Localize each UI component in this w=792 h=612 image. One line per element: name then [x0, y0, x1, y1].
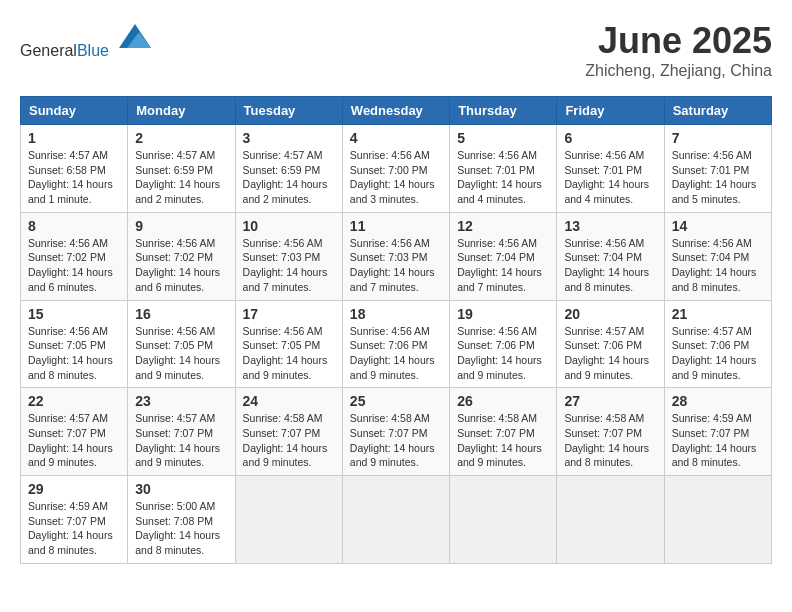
day-number: 27 — [564, 393, 656, 409]
day-number: 30 — [135, 481, 227, 497]
day-info: Sunrise: 4:56 AMSunset: 7:01 PMDaylight:… — [564, 149, 649, 205]
calendar-week-row: 8 Sunrise: 4:56 AMSunset: 7:02 PMDayligh… — [21, 212, 772, 300]
day-number: 16 — [135, 306, 227, 322]
day-info: Sunrise: 4:57 AMSunset: 7:06 PMDaylight:… — [672, 325, 757, 381]
calendar-cell: 13 Sunrise: 4:56 AMSunset: 7:04 PMDaylig… — [557, 212, 664, 300]
day-info: Sunrise: 5:00 AMSunset: 7:08 PMDaylight:… — [135, 500, 220, 556]
day-info: Sunrise: 4:56 AMSunset: 7:04 PMDaylight:… — [564, 237, 649, 293]
calendar-cell: 28 Sunrise: 4:59 AMSunset: 7:07 PMDaylig… — [664, 388, 771, 476]
calendar-cell: 23 Sunrise: 4:57 AMSunset: 7:07 PMDaylig… — [128, 388, 235, 476]
day-number: 17 — [243, 306, 335, 322]
day-number: 24 — [243, 393, 335, 409]
day-number: 3 — [243, 130, 335, 146]
calendar-subtitle: Zhicheng, Zhejiang, China — [585, 62, 772, 80]
day-number: 26 — [457, 393, 549, 409]
day-number: 7 — [672, 130, 764, 146]
day-number: 15 — [28, 306, 120, 322]
calendar-cell: 14 Sunrise: 4:56 AMSunset: 7:04 PMDaylig… — [664, 212, 771, 300]
calendar-cell: 25 Sunrise: 4:58 AMSunset: 7:07 PMDaylig… — [342, 388, 449, 476]
calendar-cell: 2 Sunrise: 4:57 AMSunset: 6:59 PMDayligh… — [128, 125, 235, 213]
day-number: 9 — [135, 218, 227, 234]
calendar-cell: 21 Sunrise: 4:57 AMSunset: 7:06 PMDaylig… — [664, 300, 771, 388]
day-number: 25 — [350, 393, 442, 409]
day-info: Sunrise: 4:56 AMSunset: 7:05 PMDaylight:… — [243, 325, 328, 381]
calendar-cell: 16 Sunrise: 4:56 AMSunset: 7:05 PMDaylig… — [128, 300, 235, 388]
weekday-header: Thursday — [450, 97, 557, 125]
day-number: 6 — [564, 130, 656, 146]
calendar-week-row: 29 Sunrise: 4:59 AMSunset: 7:07 PMDaylig… — [21, 476, 772, 564]
day-info: Sunrise: 4:56 AMSunset: 7:04 PMDaylight:… — [457, 237, 542, 293]
day-info: Sunrise: 4:58 AMSunset: 7:07 PMDaylight:… — [457, 412, 542, 468]
day-info: Sunrise: 4:56 AMSunset: 7:01 PMDaylight:… — [457, 149, 542, 205]
calendar-cell: 6 Sunrise: 4:56 AMSunset: 7:01 PMDayligh… — [557, 125, 664, 213]
calendar-cell: 17 Sunrise: 4:56 AMSunset: 7:05 PMDaylig… — [235, 300, 342, 388]
day-number: 12 — [457, 218, 549, 234]
day-number: 22 — [28, 393, 120, 409]
day-number: 18 — [350, 306, 442, 322]
day-info: Sunrise: 4:56 AMSunset: 7:06 PMDaylight:… — [350, 325, 435, 381]
day-info: Sunrise: 4:56 AMSunset: 7:04 PMDaylight:… — [672, 237, 757, 293]
day-info: Sunrise: 4:56 AMSunset: 7:03 PMDaylight:… — [350, 237, 435, 293]
day-info: Sunrise: 4:57 AMSunset: 7:06 PMDaylight:… — [564, 325, 649, 381]
day-info: Sunrise: 4:57 AMSunset: 6:59 PMDaylight:… — [243, 149, 328, 205]
day-info: Sunrise: 4:56 AMSunset: 7:02 PMDaylight:… — [135, 237, 220, 293]
day-info: Sunrise: 4:57 AMSunset: 7:07 PMDaylight:… — [28, 412, 113, 468]
day-number: 23 — [135, 393, 227, 409]
calendar-week-row: 1 Sunrise: 4:57 AMSunset: 6:58 PMDayligh… — [21, 125, 772, 213]
calendar-cell: 27 Sunrise: 4:58 AMSunset: 7:07 PMDaylig… — [557, 388, 664, 476]
day-info: Sunrise: 4:56 AMSunset: 7:05 PMDaylight:… — [28, 325, 113, 381]
calendar-cell — [664, 476, 771, 564]
weekday-header: Friday — [557, 97, 664, 125]
calendar-cell — [450, 476, 557, 564]
day-info: Sunrise: 4:56 AMSunset: 7:05 PMDaylight:… — [135, 325, 220, 381]
calendar-week-row: 22 Sunrise: 4:57 AMSunset: 7:07 PMDaylig… — [21, 388, 772, 476]
calendar-cell: 1 Sunrise: 4:57 AMSunset: 6:58 PMDayligh… — [21, 125, 128, 213]
day-info: Sunrise: 4:56 AMSunset: 7:00 PMDaylight:… — [350, 149, 435, 205]
calendar-cell: 15 Sunrise: 4:56 AMSunset: 7:05 PMDaylig… — [21, 300, 128, 388]
logo: GeneralBlue — [20, 20, 153, 60]
day-number: 5 — [457, 130, 549, 146]
calendar-cell: 11 Sunrise: 4:56 AMSunset: 7:03 PMDaylig… — [342, 212, 449, 300]
calendar-cell: 30 Sunrise: 5:00 AMSunset: 7:08 PMDaylig… — [128, 476, 235, 564]
day-number: 29 — [28, 481, 120, 497]
day-number: 21 — [672, 306, 764, 322]
calendar-cell: 7 Sunrise: 4:56 AMSunset: 7:01 PMDayligh… — [664, 125, 771, 213]
calendar-cell — [235, 476, 342, 564]
calendar-cell: 19 Sunrise: 4:56 AMSunset: 7:06 PMDaylig… — [450, 300, 557, 388]
calendar-cell: 5 Sunrise: 4:56 AMSunset: 7:01 PMDayligh… — [450, 125, 557, 213]
calendar-cell: 8 Sunrise: 4:56 AMSunset: 7:02 PMDayligh… — [21, 212, 128, 300]
day-number: 13 — [564, 218, 656, 234]
day-number: 19 — [457, 306, 549, 322]
day-info: Sunrise: 4:58 AMSunset: 7:07 PMDaylight:… — [564, 412, 649, 468]
calendar-title: June 2025 — [585, 20, 772, 62]
day-number: 11 — [350, 218, 442, 234]
day-info: Sunrise: 4:58 AMSunset: 7:07 PMDaylight:… — [350, 412, 435, 468]
calendar-cell: 12 Sunrise: 4:56 AMSunset: 7:04 PMDaylig… — [450, 212, 557, 300]
day-number: 28 — [672, 393, 764, 409]
day-info: Sunrise: 4:56 AMSunset: 7:06 PMDaylight:… — [457, 325, 542, 381]
title-block: June 2025 Zhicheng, Zhejiang, China — [585, 20, 772, 80]
weekday-header-row: SundayMondayTuesdayWednesdayThursdayFrid… — [21, 97, 772, 125]
calendar-cell: 26 Sunrise: 4:58 AMSunset: 7:07 PMDaylig… — [450, 388, 557, 476]
page-header: GeneralBlue June 2025 Zhicheng, Zhejiang… — [20, 20, 772, 80]
calendar-cell: 9 Sunrise: 4:56 AMSunset: 7:02 PMDayligh… — [128, 212, 235, 300]
day-number: 20 — [564, 306, 656, 322]
calendar-week-row: 15 Sunrise: 4:56 AMSunset: 7:05 PMDaylig… — [21, 300, 772, 388]
logo-blue-text: Blue — [77, 42, 109, 59]
calendar-cell: 24 Sunrise: 4:58 AMSunset: 7:07 PMDaylig… — [235, 388, 342, 476]
day-number: 2 — [135, 130, 227, 146]
calendar-table: SundayMondayTuesdayWednesdayThursdayFrid… — [20, 96, 772, 564]
day-number: 8 — [28, 218, 120, 234]
day-number: 4 — [350, 130, 442, 146]
day-info: Sunrise: 4:58 AMSunset: 7:07 PMDaylight:… — [243, 412, 328, 468]
day-info: Sunrise: 4:59 AMSunset: 7:07 PMDaylight:… — [28, 500, 113, 556]
logo-general-text: General — [20, 42, 77, 59]
day-number: 10 — [243, 218, 335, 234]
day-number: 14 — [672, 218, 764, 234]
day-info: Sunrise: 4:59 AMSunset: 7:07 PMDaylight:… — [672, 412, 757, 468]
calendar-cell — [342, 476, 449, 564]
day-info: Sunrise: 4:56 AMSunset: 7:02 PMDaylight:… — [28, 237, 113, 293]
weekday-header: Wednesday — [342, 97, 449, 125]
logo-icon — [117, 20, 153, 56]
calendar-cell: 4 Sunrise: 4:56 AMSunset: 7:00 PMDayligh… — [342, 125, 449, 213]
